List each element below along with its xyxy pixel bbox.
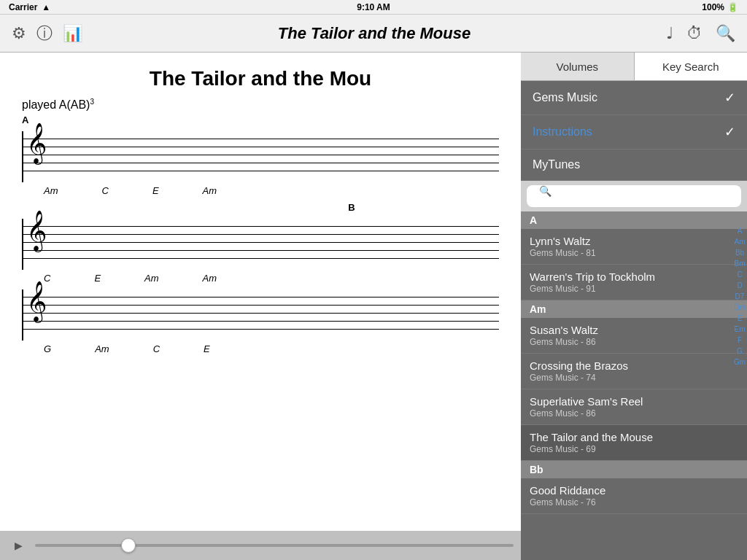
section-header-bb: Bb <box>521 461 747 478</box>
song-warrens-trip[interactable]: Warren's Trip to Tockholm Gems Music - 9… <box>521 265 747 300</box>
staff-lines-3 <box>23 297 499 337</box>
chord-c-1: C <box>102 185 109 196</box>
song-susans-waltz[interactable]: Susan's Waltz Gems Music - 86 <box>521 318 747 354</box>
song-sub: Gems Music - 69 <box>530 444 738 454</box>
song-lynns-waltz[interactable]: Lynn's Waltz Gems Music - 81 <box>521 229 747 265</box>
staff-section-a: 𝄞 Am C E Am <box>22 131 499 196</box>
chart-icon[interactable]: 📊 <box>63 24 82 43</box>
slider-thumb[interactable] <box>121 538 136 553</box>
alpha-g[interactable]: G <box>737 346 743 357</box>
tab-key-search[interactable]: Key Search <box>635 52 748 80</box>
song-name: The Tailor and the Mouse <box>530 431 738 443</box>
alpha-c[interactable]: C <box>737 270 742 280</box>
search-icon-inline: 🔍 <box>539 185 551 197</box>
chord-g: G <box>44 343 51 354</box>
chord-am-3: Am <box>144 273 159 284</box>
volume-item-mytunes[interactable]: MyTunes <box>521 149 747 181</box>
status-left: Carrier ▲ <box>9 2 50 12</box>
info-icon[interactable]: ⓘ <box>36 23 53 44</box>
volume-item-instructions[interactable]: Instructions ✓ <box>521 115 747 149</box>
status-bar: Carrier ▲ 9:10 AM 100% 🔋 <box>0 0 747 15</box>
song-sub: Gems Music - 76 <box>530 497 738 508</box>
song-name: Superlative Sam's Reel <box>530 395 738 408</box>
chord-e-1: E <box>152 185 159 196</box>
section-a-label: A <box>22 114 499 125</box>
right-panel: Volumes Key Search Gems Music ✓ Instruct… <box>521 52 747 560</box>
sheet-page: The Tailor and the Mou played A(AB)3 A 𝄞 <box>0 52 521 560</box>
alpha-em[interactable]: Em <box>735 324 746 335</box>
staff-lines-2 <box>23 226 499 266</box>
alpha-a[interactable]: A <box>738 226 743 236</box>
search-box: 🔍 <box>521 181 747 211</box>
playback-bar: ▶ <box>0 531 521 560</box>
alpha-d[interactable]: D <box>737 281 742 291</box>
volume-list: Gems Music ✓ Instructions ✓ MyTunes <box>521 81 747 181</box>
song-list[interactable]: A Lynn's Waltz Gems Music - 81 Warren's … <box>521 211 747 560</box>
search-icon[interactable]: 🔍 <box>716 24 735 43</box>
played-indicator: played A(AB)3 <box>22 98 499 112</box>
carrier-text: Carrier <box>9 2 37 12</box>
chord-am-5: Am <box>95 343 109 354</box>
song-sub: Gems Music - 74 <box>530 373 738 383</box>
volume-name-gems: Gems Music <box>533 91 597 104</box>
main-content: The Tailor and the Mou played A(AB)3 A 𝄞 <box>0 52 747 560</box>
music-staff-2: 𝄞 <box>22 219 499 270</box>
page-title: The Tailor and the Mouse <box>82 24 666 43</box>
song-sub: Gems Music - 86 <box>530 337 738 347</box>
song-tailor-and-mouse[interactable]: The Tailor and the Mouse Gems Music - 69 <box>521 425 747 461</box>
panel-tabs: Volumes Key Search <box>521 52 747 81</box>
chord-row-1: Am C E Am <box>22 185 499 196</box>
chord-am-4: Am <box>203 273 217 284</box>
alpha-d7[interactable]: D7 <box>735 292 745 302</box>
staff-section-3: 𝄞 G Am C E <box>22 289 499 354</box>
staff-section-b: 𝄞 C E Am Am <box>22 219 499 284</box>
nav-right-icons: ♩ ⏱ 🔍 <box>666 24 735 43</box>
history-icon[interactable]: ⏱ <box>686 24 703 43</box>
song-name: Warren's Trip to Tockholm <box>530 271 738 283</box>
song-superlative-sams-reel[interactable]: Superlative Sam's Reel Gems Music - 86 <box>521 389 747 425</box>
alpha-am[interactable]: Am <box>735 237 746 247</box>
alpha-e[interactable]: E <box>738 314 743 324</box>
battery-icon: 🔋 <box>727 2 738 12</box>
alpha-bb[interactable]: Bb <box>735 248 744 258</box>
chord-e-2: E <box>94 273 101 284</box>
key-search-input[interactable] <box>527 185 741 207</box>
section-header-a: A <box>521 211 747 229</box>
music-note-icon[interactable]: ♩ <box>666 24 673 43</box>
nav-left-icons: ⚙ ⓘ 📊 <box>12 23 82 44</box>
alpha-gm[interactable]: Gm <box>734 357 746 368</box>
status-right: 100% 🔋 <box>702 2 738 12</box>
song-sub: Gems Music - 86 <box>530 408 738 419</box>
section-header-am: Am <box>521 300 747 318</box>
alpha-bm[interactable]: Bm <box>735 259 746 269</box>
song-name: Susan's Waltz <box>530 324 738 336</box>
alpha-f[interactable]: F <box>738 335 742 346</box>
song-name: Good Riddance <box>530 484 738 497</box>
sheet-title: The Tailor and the Mou <box>22 67 499 90</box>
chord-row-3: G Am C E <box>22 343 499 354</box>
alpha-dm[interactable]: Dm <box>734 303 746 313</box>
battery-text: 100% <box>702 2 724 12</box>
chord-am-2: Am <box>203 185 217 196</box>
song-crossing-brazos[interactable]: Crossing the Brazos Gems Music - 74 <box>521 354 747 389</box>
time-display: 9:10 AM <box>357 2 390 12</box>
search-wrap: 🔍 <box>527 185 741 207</box>
volume-name-instructions: Instructions <box>533 125 592 139</box>
song-sub: Gems Music - 81 <box>530 248 738 258</box>
chord-c-3: C <box>153 343 160 354</box>
tab-volumes[interactable]: Volumes <box>521 52 634 80</box>
section-b-label: B <box>204 202 499 213</box>
alpha-index: A Am Bb Bm C D D7 Dm E Em F G Gm <box>732 80 747 368</box>
wifi-icon: ▲ <box>42 2 50 12</box>
music-staff-1: 𝄞 <box>22 131 499 182</box>
volume-name-mytunes: MyTunes <box>533 158 580 171</box>
chord-row-2: C E Am Am <box>22 273 499 284</box>
volume-item-gems[interactable]: Gems Music ✓ <box>521 81 747 115</box>
song-name: Crossing the Brazos <box>530 359 738 372</box>
song-sub: Gems Music - 91 <box>530 284 738 294</box>
song-good-riddance[interactable]: Good Riddance Gems Music - 76 <box>521 478 747 514</box>
gear-icon[interactable]: ⚙ <box>12 24 26 43</box>
chord-am-1: Am <box>44 185 58 196</box>
play-button[interactable]: ▶ <box>7 534 29 556</box>
progress-slider[interactable] <box>35 544 514 547</box>
